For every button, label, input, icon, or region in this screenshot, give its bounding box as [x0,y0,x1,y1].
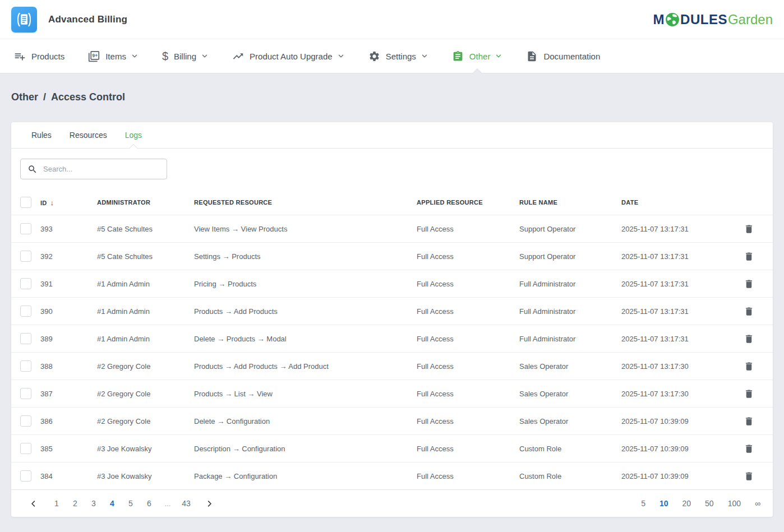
cell-requested-resource: Delete → Products → Modal [194,335,417,343]
delete-button[interactable] [741,304,757,319]
nav-item[interactable]: Product Auto Upgrade [220,39,357,73]
row-checkbox[interactable] [20,251,31,262]
search-input[interactable] [43,165,160,173]
cell-id: 385 [40,445,97,453]
page-number[interactable]: 4 [107,499,117,508]
column-header-id[interactable]: ID↓ [40,198,97,207]
delete-button[interactable] [741,359,757,374]
chevron-down-icon [495,52,502,60]
page-number[interactable]: 6 [144,499,154,508]
cell-applied-resource: Full Access [417,307,519,316]
trash-icon [744,388,754,399]
delete-button[interactable] [741,276,757,292]
nav-item-label: Settings [386,52,416,61]
cell-id: 393 [40,225,97,233]
column-header-requested-resource[interactable]: Requested Resource [194,199,417,206]
breadcrumb-section: Other [11,91,38,103]
globe-icon [665,12,680,27]
column-header-applied-resource[interactable]: Applied Resource [417,199,519,206]
nav-item[interactable]: Other [440,39,515,73]
nav-item[interactable]: Settings [357,39,440,73]
brand-m: M [653,13,665,26]
per-page-option[interactable]: 50 [705,499,714,508]
cell-requested-resource: Products → Add Products → Add Product [194,362,417,371]
nav-item[interactable]: 9+ Items [76,39,150,73]
row-checkbox[interactable] [20,278,31,289]
cell-requested-resource: Settings → Products [194,252,417,261]
nav-item-label: Documentation [543,52,600,61]
tab-bar: Rules Resources Logs [11,122,773,149]
search-box [20,159,167,179]
trash-icon [744,416,754,427]
cell-applied-resource: Full Access [417,225,519,233]
delete-button[interactable] [741,469,757,484]
row-checkbox[interactable] [20,333,31,344]
cell-id: 384 [40,472,97,480]
cell-rule-name: Support Operator [519,225,621,233]
nav-item[interactable]: Products [2,39,76,73]
row-checkbox[interactable] [20,306,31,317]
tab[interactable]: Logs [116,122,151,148]
table-row: 390 #1 Admin Admin Products → Add Produc… [11,297,773,325]
column-header-administrator[interactable]: Administrator [97,199,194,206]
row-checkbox[interactable] [20,360,31,372]
trash-icon [744,361,754,372]
table-row: 392 #5 Cate Schultes Settings → Products… [11,242,773,270]
delete-button[interactable] [741,221,757,237]
brand-dules: DULES [680,13,727,26]
per-page-option[interactable]: 100 [728,499,741,508]
cell-requested-resource: Pricing → Products [194,280,417,288]
page-number[interactable]: 3 [89,499,99,508]
nav-item[interactable]: Documentation [514,39,612,73]
delete-button[interactable] [741,386,757,401]
page-number[interactable]: 2 [70,499,80,508]
row-checkbox[interactable] [20,415,31,427]
page-title: Advanced Billing [48,14,127,25]
tab[interactable]: Resources [61,122,116,148]
previous-page-button[interactable] [28,498,39,509]
cell-date: 2025-11-07 10:39:09 [621,417,725,425]
page-number[interactable]: 43 [181,499,191,508]
per-page-option[interactable]: 5 [641,499,645,508]
page-number[interactable]: ... [163,499,173,508]
row-checkbox[interactable] [20,443,31,454]
nav-item-label: Billing [174,52,196,61]
access-control-card: Rules Resources Logs ID↓ [11,122,773,517]
delete-button[interactable] [741,249,757,264]
column-header-date[interactable]: Date [621,199,725,206]
cell-administrator: #3 Joe Kowalsky [97,472,194,480]
table-row: 393 #5 Cate Schultes View Items → View P… [11,215,773,242]
cell-administrator: #3 Joe Kowalsky [97,445,194,453]
cell-id: 386 [40,417,97,425]
nav-item-label: Product Auto Upgrade [250,52,333,61]
tab[interactable]: Rules [22,122,61,148]
delete-button[interactable] [741,441,757,456]
main-navigation: Products 9+ Items [0,39,784,73]
column-header-rule-name[interactable]: Rule Name [519,199,621,206]
select-all-checkbox[interactable] [20,197,31,208]
delete-button[interactable] [741,414,757,429]
next-page-button[interactable] [204,498,215,509]
nav-item[interactable]: $ Billing [150,39,220,73]
row-checkbox[interactable] [20,223,31,234]
row-checkbox[interactable] [20,470,31,482]
cell-administrator: #1 Admin Admin [97,307,194,316]
per-page-option[interactable]: 20 [682,499,691,508]
trash-icon [744,443,754,454]
cell-rule-name: Full Administrator [519,335,621,343]
per-page-option[interactable]: 10 [660,499,668,508]
nav-item-label: Items [105,52,126,61]
cell-date: 2025-11-07 10:39:09 [621,472,725,480]
chevron-right-icon [205,499,214,508]
breadcrumb-page: Access Control [51,91,125,103]
delete-button[interactable] [741,331,757,346]
playlist-add-icon [14,50,26,62]
page-number[interactable]: 1 [52,499,62,508]
cell-applied-resource: Full Access [417,472,519,480]
sort-desc-icon: ↓ [50,198,54,207]
per-page-option[interactable]: ∞ [755,499,760,508]
cell-applied-resource: Full Access [417,280,519,288]
page-number[interactable]: 5 [126,499,136,508]
row-checkbox[interactable] [20,388,31,399]
table-row: 387 #2 Gregory Cole Products → List → Vi… [11,380,773,407]
